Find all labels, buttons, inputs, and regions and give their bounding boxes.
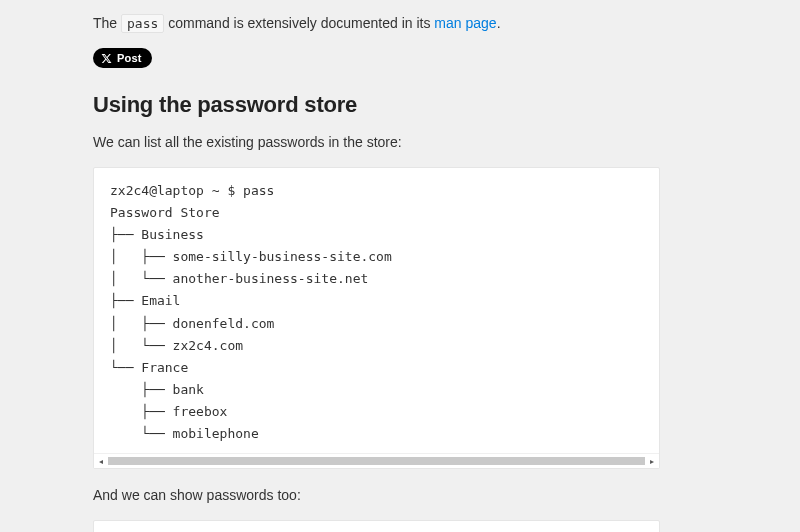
code-content-list: zx2c4@laptop ~ $ pass Password Store ├──… [94, 168, 659, 453]
x-icon [101, 53, 112, 64]
intro-paragraph: The pass command is extensively document… [93, 13, 660, 34]
intro-mid: command is extensively documented in its [164, 15, 434, 31]
horizontal-scrollbar[interactable]: ◂ ▸ [94, 453, 659, 468]
para-list-passwords: We can list all the existing passwords i… [93, 132, 660, 153]
scroll-left-icon[interactable]: ◂ [94, 454, 108, 468]
code-block-show: zx2c4@laptop ~ $ pass Email/zx2c4.com su… [93, 520, 660, 532]
share-post-label: Post [117, 52, 142, 64]
intro-suffix: . [497, 15, 501, 31]
man-page-link[interactable]: man page [434, 15, 496, 31]
code-content-show: zx2c4@laptop ~ $ pass Email/zx2c4.com su… [94, 521, 659, 532]
scroll-right-icon[interactable]: ▸ [645, 454, 659, 468]
section-heading-using-password-store: Using the password store [93, 92, 660, 118]
inline-code-pass: pass [121, 14, 164, 33]
article-body: The pass command is extensively document… [93, 0, 660, 532]
intro-prefix: The [93, 15, 121, 31]
scrollbar-track[interactable] [108, 457, 645, 465]
code-block-list: zx2c4@laptop ~ $ pass Password Store ├──… [93, 167, 660, 469]
share-post-button[interactable]: Post [93, 48, 152, 68]
para-show-passwords: And we can show passwords too: [93, 485, 660, 506]
